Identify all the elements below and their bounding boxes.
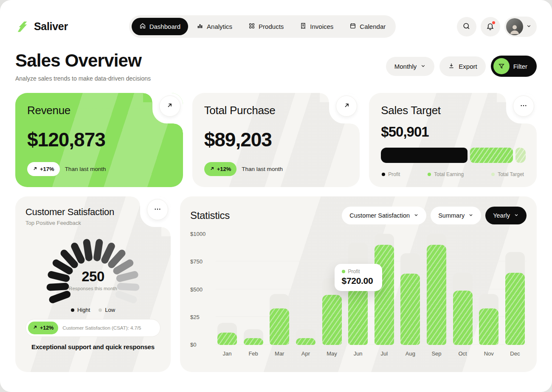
revenue-card: Revenue $120,873 +17% Than last month [15,93,183,187]
purchase-expand-button[interactable] [336,95,357,117]
bar-column-feb[interactable]: Feb [244,234,263,345]
bar-column-aug[interactable]: Aug [400,234,420,345]
nav-item-label: Invoices [310,23,333,30]
x-tick-label: Jul [375,350,394,357]
export-button-label: Export [459,63,477,70]
bar-fill [427,245,446,345]
legend-item-total-earning: Total Earning [428,171,464,177]
satisfaction-legend-dot [99,308,102,312]
chart-tooltip: Profit $720.00 [335,264,382,291]
satisfaction-footer: Exceptional support and quick responses [25,343,161,350]
card-title: Total Purchase [204,104,348,117]
export-button[interactable]: Export [439,56,485,76]
card-title: Statistics [190,210,230,221]
bar-column-oct[interactable]: Oct [453,234,473,345]
nav-item-products[interactable]: Products [241,18,291,35]
nav-item-calendar[interactable]: Calendar [342,18,393,35]
gauge-segment [105,246,111,260]
period-select[interactable]: Monthly [386,57,435,76]
x-tick-label: Dec [505,350,525,357]
nav-item-label: Products [259,23,284,30]
x-tick-label: Nov [479,350,498,357]
y-tick-label: $0 [190,342,210,348]
statistics-chart: $1000 $750 $500 $25 $0 JanFebMarAprMayJu… [190,234,527,348]
total-purchase-card: Total Purchase $89,203 +12% Than last mo… [192,93,360,187]
chevron-down-icon [514,212,519,219]
home-icon [139,22,146,31]
user-menu[interactable] [504,17,537,37]
gauge-value-label: Responses this month [25,286,161,291]
satisfaction-legend: Hight Low [25,307,161,313]
bar-column-mar[interactable]: Mar [270,234,289,345]
x-tick-label: Sep [427,350,446,357]
arrow-up-right-icon [33,166,37,172]
avatar [506,18,523,35]
filter-button[interactable]: Filter [491,56,537,77]
legend-item-low: Low [99,307,115,313]
legend-label: Total Earning [434,171,464,177]
metric-select[interactable]: Customer Satisfaction [342,207,426,224]
arrow-up-right-icon [166,102,173,110]
legend-label: Hight [77,307,90,313]
bar-column-jan[interactable]: Jan [217,234,237,345]
ellipsis-icon [154,205,161,214]
revenue-delta-badge: +17% [27,162,60,176]
chevron-down-icon [526,23,532,30]
y-axis: $1000 $750 $500 $25 $0 [190,231,210,348]
target-progress [381,148,525,163]
page-subtitle: Analyze sales trends to make data-driven… [15,75,151,82]
bar-fill [400,274,420,345]
purchase-value: $89,203 [204,128,348,151]
legend-item-hight: Hight [71,307,90,313]
bar-column-sep[interactable]: Sep [427,234,446,345]
bar-fill [270,308,289,345]
dashboard-page: Saliver Dashboard Analytics Products [0,0,552,392]
revenue-delta-note: Than last month [65,166,106,172]
lower-row: Customer Satisfaction Top Positive Feedb… [0,196,552,372]
card-title: Revenue [27,104,171,117]
target-legend-dot [382,173,385,176]
y-tick-label: $25 [190,314,210,320]
bar-column-apr[interactable]: Apr [296,234,315,345]
search-button[interactable] [457,17,476,36]
chevron-down-icon [468,212,473,219]
range-select-label: Yearly [493,212,510,219]
gauge-value: 250 [25,269,161,285]
chevron-down-icon [414,212,419,219]
filter-button-label: Filter [513,63,527,70]
page-title: Sales Overview [15,50,151,71]
y-tick-label: $500 [190,286,210,293]
download-icon [448,62,455,70]
range-select[interactable]: Yearly [485,207,527,224]
x-tick-label: Jan [217,350,237,357]
summary-select-label: Summary [438,212,465,219]
satisfaction-legend-dot [71,308,74,312]
bar-fill [505,273,525,345]
bar-fill [453,291,473,345]
nav-item-invoices[interactable]: Invoices [292,18,341,35]
target-legend-dot [491,173,495,176]
brand-logo[interactable]: Saliver [15,20,68,34]
notifications-button[interactable] [481,17,500,36]
satisfaction-menu-button[interactable] [147,199,168,220]
bar-fill [296,338,315,345]
x-tick-label: May [322,350,342,357]
bar-fill [479,308,498,345]
revenue-expand-button[interactable] [159,95,180,117]
x-tick-label: Feb [244,350,263,357]
nav-item-analytics[interactable]: Analytics [189,18,240,35]
nav-item-dashboard[interactable]: Dashboard [132,18,188,35]
main-nav: Dashboard Analytics Products Invoices [129,15,396,38]
summary-select[interactable]: Summary [431,207,481,224]
card-title: Sales Target [381,104,525,117]
bar-column-dec[interactable]: Dec [505,234,525,345]
gauge-segment [119,294,133,300]
nav-item-label: Analytics [207,23,232,30]
sales-target-menu-button[interactable] [513,95,534,117]
bar-column-nov[interactable]: Nov [479,234,498,345]
topbar: Saliver Dashboard Analytics Products [0,0,552,38]
legend-item-profit: Profit [382,171,400,177]
calendar-icon [349,22,356,31]
legend-label: Profit [388,171,400,177]
x-tick-label: Jun [348,350,368,357]
